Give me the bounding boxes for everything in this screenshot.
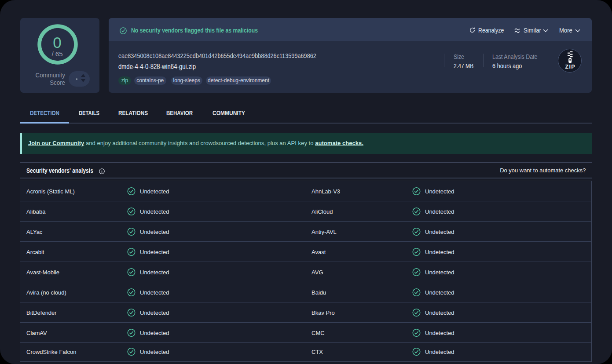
svg-text:ZIP: ZIP: [565, 64, 575, 70]
